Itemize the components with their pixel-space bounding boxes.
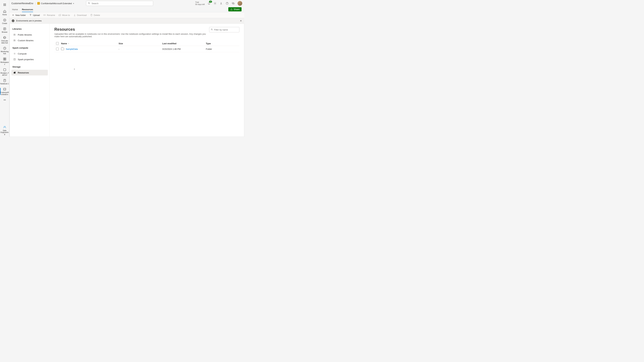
- sort-asc-icon: ↑: [68, 42, 69, 44]
- cursor-icon: ⌖: [74, 68, 75, 70]
- search-icon: [211, 28, 213, 31]
- sidebar-item-custom-libraries[interactable]: Custom libraries: [12, 37, 48, 43]
- rail-browse[interactable]: Browse: [0, 26, 10, 34]
- row-modified: 3/15/2024 1:46 PM: [162, 48, 206, 50]
- top-bar: CustomerReviewEnv | Confidential\Microso…: [10, 0, 244, 7]
- svg-point-7: [4, 5, 5, 6]
- page-tabs: Home Resources Share: [10, 7, 244, 12]
- tab-home[interactable]: Home: [12, 8, 18, 12]
- row-checkbox[interactable]: [56, 48, 59, 50]
- download-button[interactable]: [220, 2, 223, 5]
- page-title: Resources: [54, 27, 209, 32]
- close-banner-button[interactable]: ✕: [240, 19, 242, 22]
- resources-table: Name ↑ Size Last modified Type SampleD: [54, 41, 240, 52]
- shield-icon: [37, 2, 40, 5]
- rail-more[interactable]: [0, 97, 10, 103]
- feedback-button[interactable]: [232, 2, 235, 5]
- rail-notebook[interactable]: Notebook 1: [0, 77, 10, 86]
- svg-rect-17: [4, 68, 6, 71]
- rail-home[interactable]: Home: [0, 8, 10, 17]
- global-search[interactable]: [86, 1, 153, 6]
- rail-workspace-item[interactable]: Shuaijun_FabCon: [0, 67, 10, 77]
- rail-onelake[interactable]: OneLake data hub: [0, 34, 10, 45]
- sidebar-item-compute[interactable]: Compute: [12, 51, 48, 56]
- browse-icon: [3, 27, 7, 31]
- search-input[interactable]: [92, 2, 151, 5]
- select-all-checkbox[interactable]: [56, 42, 59, 45]
- upload-button[interactable]: Upload: [29, 14, 40, 16]
- table-row[interactable]: SampleData - 3/15/2024 1:46 PM Folder: [54, 46, 240, 52]
- search-icon: [88, 2, 90, 5]
- sidebar-item-resources[interactable]: Resources: [12, 70, 48, 75]
- banner-text: Environments are in preview.: [16, 20, 42, 22]
- app-launcher-waffle[interactable]: [1, 1, 8, 8]
- rail-workspaces[interactable]: Workspaces: [0, 56, 10, 66]
- svg-rect-13: [3, 58, 4, 59]
- sidebar-item-public-libraries[interactable]: Public libraries: [12, 32, 48, 37]
- row-name-link[interactable]: SampleData: [66, 48, 78, 50]
- svg-point-21: [4, 100, 5, 100]
- settings-sidebar: Libraries Public libraries Custom librar…: [10, 24, 50, 137]
- svg-rect-18: [4, 79, 6, 82]
- svg-point-2: [5, 4, 6, 4]
- settings-button[interactable]: [214, 2, 217, 5]
- svg-point-8: [5, 5, 6, 6]
- breadcrumb-sep: |: [35, 2, 36, 5]
- new-folder-button[interactable]: New folder: [12, 14, 26, 16]
- column-name[interactable]: Name ↑: [61, 42, 118, 45]
- sensitivity-dropdown[interactable]: Confidential\Microsoft Extended ▾: [37, 2, 74, 5]
- help-button[interactable]: [226, 2, 229, 5]
- svg-point-30: [14, 53, 15, 54]
- rail-create[interactable]: Create: [0, 17, 10, 25]
- svg-rect-29: [44, 14, 45, 15]
- user-avatar[interactable]: [238, 1, 242, 6]
- plus-circle-icon: [3, 18, 7, 22]
- sidebar-item-spark-properties[interactable]: Spark properties: [12, 56, 48, 62]
- column-type[interactable]: Type: [206, 42, 240, 45]
- svg-point-32: [211, 29, 212, 30]
- rail-monitoring[interactable]: Monitoring hub: [0, 45, 10, 56]
- command-toolbar: New folder Upload Rename Move to Downloa…: [10, 12, 244, 18]
- properties-icon: [13, 58, 16, 61]
- column-size[interactable]: Size: [118, 42, 162, 45]
- resources-page: Resources Uploaded files will be availab…: [50, 24, 244, 137]
- share-button[interactable]: Share: [228, 7, 242, 11]
- library-icon: [13, 33, 16, 36]
- svg-rect-16: [5, 59, 6, 60]
- filter-by-name[interactable]: [209, 27, 240, 32]
- onelake-icon: [3, 35, 7, 39]
- breadcrumb-title[interactable]: CustomerReviewEnv: [12, 2, 34, 5]
- preview-banner: i Environments are in preview. ✕: [10, 18, 244, 24]
- home-icon: [3, 9, 7, 13]
- svg-point-0: [4, 4, 4, 4]
- rail-product-switcher[interactable]: Data Engineering: [0, 125, 9, 137]
- breadcrumb: CustomerReviewEnv | Confidential\Microso…: [12, 2, 74, 5]
- filter-input[interactable]: [214, 28, 242, 31]
- svg-point-1: [4, 4, 5, 4]
- svg-point-5: [5, 4, 6, 5]
- svg-point-25: [215, 3, 216, 4]
- sidebar-group-spark: Spark compute: [12, 46, 48, 51]
- sidebar-group-storage: Storage: [12, 64, 48, 70]
- folder-icon: [61, 48, 64, 50]
- data-engineering-icon: [3, 125, 7, 129]
- resources-icon: [13, 71, 16, 74]
- rename-button: Rename: [43, 14, 55, 16]
- row-type: Folder: [206, 48, 240, 50]
- tab-resources[interactable]: Resources: [22, 8, 33, 12]
- svg-point-24: [88, 2, 90, 3]
- svg-point-4: [4, 4, 5, 5]
- left-nav-rail: Home Create Browse OneLake data hub Moni…: [0, 0, 10, 137]
- rail-environment[interactable]: CustomerReviewEnv: [0, 86, 10, 97]
- column-modified[interactable]: Last modified: [162, 42, 206, 45]
- page-description: Uploaded files will be available in note…: [54, 33, 209, 38]
- delete-button: Delete: [90, 14, 100, 16]
- gear-icon: [13, 52, 16, 55]
- chevron-down-icon: ▾: [73, 2, 74, 4]
- notifications-button[interactable]: 55: [207, 2, 211, 5]
- row-size: -: [118, 48, 162, 50]
- notification-count-badge: 55: [209, 1, 212, 3]
- svg-rect-14: [5, 58, 6, 59]
- monitor-icon: [3, 46, 7, 50]
- table-header: Name ↑ Size Last modified Type: [54, 41, 240, 46]
